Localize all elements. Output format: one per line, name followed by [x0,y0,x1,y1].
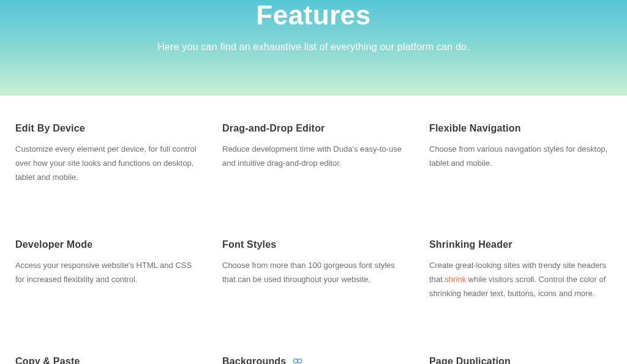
page-title: Features [12,0,615,31]
feature-flexible-navigation: Flexible Navigation Choose from various … [429,123,612,184]
feature-title: Edit By Device [15,123,198,134]
shrink-link[interactable]: shrink [445,275,466,284]
feature-copy-paste: Copy & Paste Make site-building even fas… [15,356,198,365]
feature-title: Flexible Navigation [429,123,612,134]
feature-desc: Create great-looking sites with trendy s… [429,259,612,300]
feature-page-duplication: Page Duplication Duplicate any page on y… [429,356,612,365]
feature-developer-mode: Developer Mode Access your responsive we… [15,239,198,300]
feature-title: Page Duplication [429,356,612,365]
feature-title: Drag-and-Drop Editor [222,123,405,134]
feature-desc: Choose from various navigation styles fo… [429,143,612,171]
hero-banner: Features Here you can find an exhaustive… [0,0,627,95]
feature-desc: Access your responsive website's HTML an… [15,259,198,287]
feature-title: Backgrounds [222,356,405,365]
feature-title: Developer Mode [15,239,198,250]
svg-point-0 [293,359,298,363]
feature-backgrounds: Backgrounds Create engaging websites by … [222,356,405,365]
feature-title-text: Backgrounds [222,356,286,365]
svg-point-1 [298,359,302,363]
page-subtitle: Here you can find an exhaustive list of … [12,42,615,53]
feature-desc: Reduce development time with Duda's easy… [222,143,405,171]
feature-drag-and-drop: Drag-and-Drop Editor Reduce development … [222,123,405,184]
link-icon[interactable] [293,356,302,364]
feature-desc: Customize every element per device, for … [15,143,198,184]
feature-shrinking-header: Shrinking Header Create great-looking si… [429,239,612,300]
features-grid: Edit By Device Customize every element p… [0,95,627,364]
feature-edit-by-device: Edit By Device Customize every element p… [15,123,198,184]
feature-title: Shrinking Header [429,239,612,250]
feature-title: Font Styles [222,239,405,250]
feature-title: Copy & Paste [15,356,198,365]
feature-font-styles: Font Styles Choose from more than 100 go… [222,239,405,300]
feature-desc: Choose from more than 100 gorgeous font … [222,259,405,287]
